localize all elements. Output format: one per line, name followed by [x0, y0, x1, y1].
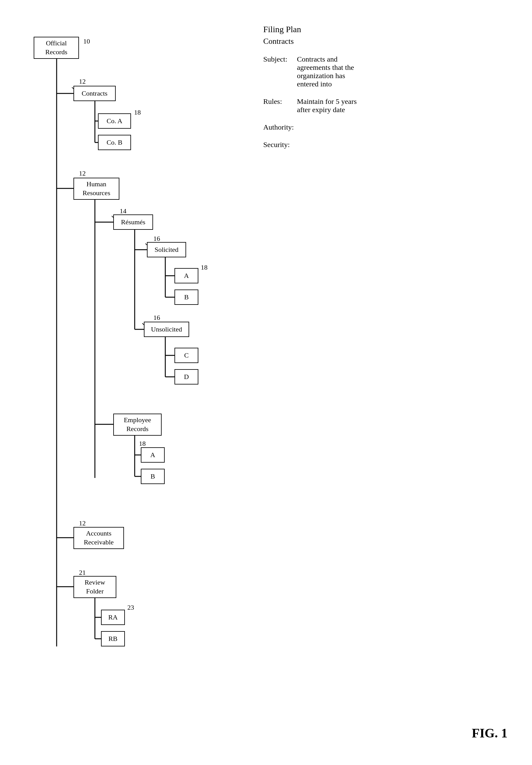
page: OfficialRecords Contracts Co. A Co. B Hu…	[0, 0, 532, 765]
rules-label: Rules:	[263, 97, 297, 114]
accounts-receivable-node: AccountsReceivable	[74, 527, 124, 549]
review-folder-node: ReviewFolder	[74, 576, 116, 598]
co-b-node: Co. B	[98, 135, 131, 150]
info-panel: Filing Plan Contracts Subject: Contracts…	[239, 18, 507, 723]
subject-value: Contracts andagreements that theorganiza…	[297, 55, 507, 88]
official-records-node: OfficialRecords	[34, 37, 79, 59]
ref-num-23: 23	[127, 603, 134, 611]
authority-row: Authority:	[263, 123, 507, 131]
ref-num-12b: 12	[79, 169, 86, 177]
authority-label: Authority:	[263, 123, 297, 131]
rb-node: RB	[101, 631, 125, 646]
ref-num-18a: 18	[134, 109, 141, 116]
fig-label: FIG. 1	[472, 726, 507, 740]
subject-row: Subject: Contracts andagreements that th…	[263, 55, 507, 88]
unsol-c-node: C	[174, 348, 198, 363]
emp-b-node: B	[141, 469, 165, 484]
ra-node: RA	[101, 610, 125, 625]
ref-num-12a: 12	[79, 78, 86, 86]
ref-num-10: 10	[83, 37, 90, 45]
emp-a-node: A	[141, 447, 165, 462]
filing-plan-title: Filing Plan	[263, 25, 507, 34]
content-area: OfficialRecords Contracts Co. A Co. B Hu…	[25, 18, 507, 723]
sol-b-node: B	[174, 290, 198, 305]
security-value	[297, 141, 507, 149]
unsol-d-node: D	[174, 369, 198, 384]
subject-label: Subject:	[263, 55, 297, 88]
tree-lines	[25, 18, 239, 738]
ref-num-16b: 16	[153, 314, 160, 322]
co-a-node: Co. A	[98, 113, 131, 129]
contracts-subtitle: Contracts	[263, 37, 507, 46]
authority-value	[297, 123, 507, 131]
ref-num-14: 14	[120, 207, 127, 215]
ref-num-21: 21	[79, 569, 86, 577]
ref-num-18b: 18	[201, 264, 207, 272]
security-label: Security:	[263, 141, 297, 149]
solicited-node: Solicited	[147, 242, 186, 257]
human-resources-node: HumanResources	[74, 178, 120, 200]
unsolicited-node: Unsolicited	[144, 322, 189, 337]
sol-a-node: A	[174, 268, 198, 284]
employee-records-node: EmployeeRecords	[113, 413, 161, 436]
diagram-area: OfficialRecords Contracts Co. A Co. B Hu…	[25, 18, 239, 723]
ref-num-12c: 12	[79, 519, 86, 527]
ref-num-18c: 18	[139, 439, 146, 447]
resumes-node: Résumés	[113, 215, 153, 230]
ref-num-16a: 16	[153, 235, 160, 243]
rules-value: Maintain for 5 yearsafter expiry date	[297, 97, 507, 114]
rules-row: Rules: Maintain for 5 yearsafter expiry …	[263, 97, 507, 114]
contracts-node: Contracts	[74, 86, 116, 101]
security-row: Security:	[263, 141, 507, 149]
